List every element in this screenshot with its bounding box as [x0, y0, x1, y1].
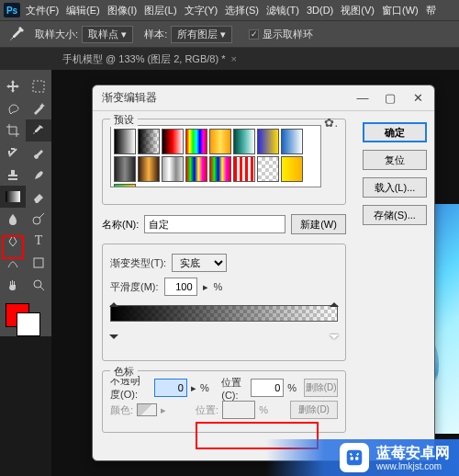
menu-layer[interactable]: 图层(L)	[144, 4, 176, 17]
svg-point-2	[33, 217, 40, 224]
location2-input	[222, 401, 255, 419]
close-icon[interactable]: ✕	[410, 91, 425, 105]
smooth-stepper-icon[interactable]: ▸	[203, 281, 208, 293]
preset-thumb[interactable]	[162, 156, 184, 182]
eraser-tool[interactable]	[26, 186, 51, 208]
preset-thumb[interactable]	[281, 129, 303, 154]
preset-thumb[interactable]	[138, 129, 160, 154]
gradient-editor-dialog: 渐变编辑器 — ▢ ✕ 预设 ✿.	[92, 85, 435, 461]
preset-thumb[interactable]	[233, 156, 255, 182]
menu-file[interactable]: 文件(F)	[26, 4, 59, 17]
shape-tool[interactable]	[26, 252, 51, 274]
gradient-type-panel: 渐变类型(T): 实底 平滑度(M): ▸ %	[102, 244, 346, 361]
opacity-input[interactable]	[154, 379, 187, 397]
menu-select[interactable]: 选择(S)	[225, 4, 259, 17]
gradient-tool[interactable]	[0, 186, 26, 208]
reset-button[interactable]: 复位	[363, 150, 427, 170]
type-select[interactable]: 实底	[172, 254, 227, 272]
menu-3d[interactable]: 3D(D)	[307, 5, 333, 16]
path-tool[interactable]	[0, 252, 26, 274]
sample-size-label: 取样大小:	[35, 28, 78, 41]
sample-select[interactable]: 所有图层 ▾	[171, 26, 232, 43]
ok-button[interactable]: 确定	[363, 122, 427, 142]
history-brush-tool[interactable]	[26, 164, 51, 186]
show-ring-checkbox[interactable]: ✓	[249, 29, 259, 40]
preset-thumb[interactable]	[114, 156, 136, 182]
menu-image[interactable]: 图像(I)	[107, 4, 137, 17]
preset-thumb[interactable]	[257, 129, 279, 154]
smooth-input[interactable]	[164, 278, 197, 296]
type-tool[interactable]: T	[26, 230, 51, 252]
lasso-tool[interactable]	[0, 97, 26, 119]
crop-tool[interactable]	[0, 119, 26, 142]
move-tool[interactable]	[0, 75, 26, 97]
delete-opacity-stop-button[interactable]: 删除(D)	[304, 379, 338, 397]
location-input[interactable]	[251, 379, 284, 397]
watermark: 蓝莓安卓网 www.lmkjst.com	[266, 439, 459, 476]
presets-label: 预设	[110, 113, 138, 127]
menu-help[interactable]: 帮	[426, 4, 436, 17]
zoom-tool[interactable]	[26, 274, 51, 296]
menu-view[interactable]: 视图(V)	[341, 4, 375, 17]
pen-tool[interactable]	[0, 230, 26, 252]
name-label: 名称(N):	[102, 218, 139, 232]
blur-tool[interactable]	[0, 208, 26, 230]
tools-palette: T	[0, 70, 51, 336]
preset-thumb[interactable]	[162, 129, 184, 154]
eyedropper-tool[interactable]	[26, 119, 51, 142]
name-input[interactable]	[144, 215, 285, 233]
color-stepper-icon: ▸	[161, 404, 166, 416]
document-tab[interactable]: 手机模型 @ 133% (图层 2, RGB/8) *×	[55, 52, 244, 66]
preset-thumb[interactable]	[233, 129, 255, 154]
menu-filter[interactable]: 滤镜(T)	[266, 4, 299, 17]
wand-tool[interactable]	[26, 97, 51, 119]
opacity-stepper-icon[interactable]: ▸	[191, 382, 196, 394]
preset-thumb[interactable]	[281, 156, 303, 182]
sample-label: 样本:	[144, 28, 167, 41]
presets-menu-icon[interactable]: ✿.	[324, 116, 338, 130]
chevron-down-icon: ▾	[121, 28, 127, 40]
preset-thumb[interactable]	[185, 129, 207, 154]
menu-window[interactable]: 窗口(W)	[382, 4, 419, 17]
menu-edit[interactable]: 编辑(E)	[66, 4, 100, 17]
close-tab-icon[interactable]: ×	[230, 53, 236, 64]
svg-rect-1	[6, 191, 20, 202]
preset-thumb[interactable]	[257, 156, 279, 182]
preset-thumb[interactable]	[209, 129, 231, 154]
brush-tool[interactable]	[26, 142, 51, 164]
svg-point-4	[34, 280, 41, 288]
preset-thumb[interactable]	[114, 184, 136, 187]
stamp-tool[interactable]	[0, 164, 26, 186]
show-ring-label: 显示取样环	[263, 28, 313, 41]
percent-label: %	[214, 281, 223, 292]
marquee-tool[interactable]	[26, 75, 51, 97]
preset-thumb[interactable]	[185, 156, 207, 182]
chevron-down-icon: ▾	[220, 28, 226, 40]
menu-type[interactable]: 文字(Y)	[185, 4, 218, 17]
save-button[interactable]: 存储(S)...	[363, 205, 427, 225]
dodge-tool[interactable]	[26, 208, 51, 230]
watermark-text: 蓝莓安卓网	[376, 444, 450, 463]
sample-size-select[interactable]: 取样点 ▾	[82, 26, 133, 43]
svg-point-6	[350, 457, 353, 460]
heal-tool[interactable]	[0, 142, 26, 164]
hand-tool[interactable]	[0, 274, 26, 296]
new-button[interactable]: 新建(W)	[291, 214, 346, 234]
svg-rect-3	[34, 258, 43, 267]
minimize-icon[interactable]: —	[355, 91, 370, 105]
load-button[interactable]: 载入(L)...	[363, 177, 427, 198]
location2-label: 位置:	[196, 403, 218, 417]
color-label: 颜色:	[110, 403, 133, 417]
options-bar: 取样大小: 取样点 ▾ 样本: 所有图层 ▾ ✓ 显示取样环	[0, 20, 459, 48]
delete-color-stop-button: 删除(D)	[290, 401, 338, 419]
preset-thumb[interactable]	[209, 156, 231, 182]
preset-thumb[interactable]	[114, 129, 136, 154]
background-swatch[interactable]	[17, 312, 40, 336]
color-swatches[interactable]	[6, 303, 46, 336]
gradient-bar[interactable]	[110, 305, 338, 342]
percent-label: %	[259, 404, 268, 415]
dialog-titlebar[interactable]: 渐变编辑器 — ▢ ✕	[93, 85, 434, 111]
preset-thumb[interactable]	[138, 156, 160, 182]
presets-list	[110, 125, 321, 187]
maximize-icon[interactable]: ▢	[383, 91, 397, 105]
